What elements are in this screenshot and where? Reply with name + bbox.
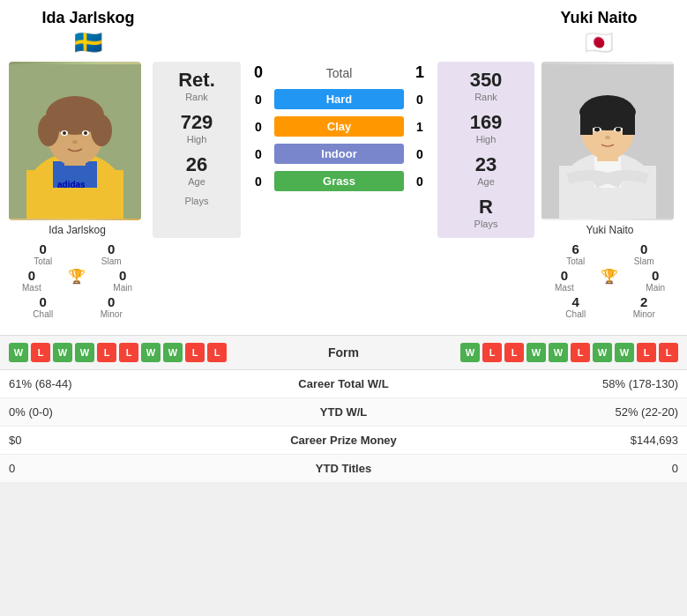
stats-left-value: 61% (68-44) — [9, 377, 256, 390]
form-badge-left: W — [53, 343, 72, 362]
left-high-value: 729 — [181, 111, 213, 134]
stats-row: 0% (0-0)YTD W/L52% (22-20) — [0, 398, 687, 427]
right-player-photo — [541, 62, 674, 220]
left-total-value: 0 — [40, 241, 47, 256]
stats-right-value: 58% (178-130) — [432, 377, 679, 390]
right-trophy-icon: 🏆 — [601, 268, 618, 285]
left-high-label: High — [187, 134, 207, 145]
form-badge-right: W — [549, 343, 568, 362]
form-badge-left: L — [185, 343, 205, 362]
form-badge-right: L — [571, 343, 590, 362]
stats-right-value: $144,693 — [432, 434, 679, 447]
right-flag: 🇯🇵 — [585, 29, 613, 56]
left-total-label: Total — [34, 256, 52, 266]
left-center-stats: Ret. Rank 729 High 26 Age Plays — [153, 62, 241, 238]
career-stats-table: 61% (68-44)Career Total W/L58% (178-130)… — [0, 369, 687, 483]
center-column: 0 Total 1 0 Hard 0 0 Clay 1 0 Indoor 0 0 — [248, 62, 430, 193]
clay-row: 0 Clay 1 — [248, 115, 430, 138]
svg-point-8 — [91, 115, 112, 146]
grass-button: Grass — [274, 171, 404, 191]
svg-point-28 — [616, 127, 621, 131]
left-player-name-under-photo: Ida Jarlskog — [9, 224, 146, 236]
right-mast-label: Mast — [555, 283, 574, 293]
right-slam-value: 0 — [640, 241, 647, 256]
left-slam-value: 0 — [108, 241, 115, 256]
right-mast-value: 0 — [561, 268, 568, 283]
left-player-name-header: Ida Jarlskog — [9, 9, 168, 27]
right-player-section: Yuki Naito 6 Total 0 Slam 0 — [541, 62, 678, 319]
form-badge-right: W — [460, 343, 480, 362]
stats-row: 0YTD Titles0 — [0, 455, 687, 483]
stats-left-value: 0 — [9, 462, 256, 475]
left-player-section: adidas Ida Jarlskog 0 Total 0 Slam — [9, 62, 146, 319]
right-chall-value: 4 — [572, 294, 579, 309]
svg-point-11 — [63, 131, 66, 135]
form-badge-left: W — [9, 343, 28, 362]
right-high-value: 169 — [470, 111, 503, 134]
hard-left: 0 — [248, 93, 269, 107]
form-badge-right: L — [482, 343, 502, 362]
right-chall-label: Chall — [565, 309, 586, 319]
form-badge-right: L — [637, 343, 656, 362]
svg-text:adidas: adidas — [57, 180, 86, 189]
clay-right: 1 — [409, 120, 430, 134]
form-badge-right: L — [659, 343, 678, 362]
total-label: Total — [274, 66, 404, 80]
grass-right: 0 — [409, 174, 430, 189]
stats-left-value: $0 — [9, 434, 256, 447]
right-plays-value: R — [479, 196, 493, 219]
indoor-button: Indoor — [274, 144, 404, 164]
right-player-name-header: Yuki Naito — [519, 9, 678, 27]
stats-center-label: YTD Titles — [256, 462, 432, 475]
right-rank-value: 350 — [470, 69, 503, 92]
indoor-row: 0 Indoor 0 — [248, 142, 430, 166]
right-rank-label: Rank — [474, 92, 497, 102]
left-player-stats: 0 Total 0 Slam 0 Mast 🏆 — [9, 241, 146, 319]
form-badge-left: L — [119, 343, 138, 362]
clay-button: Clay — [274, 116, 404, 137]
right-age-value: 23 — [475, 153, 497, 176]
left-main-value: 0 — [119, 268, 126, 283]
stats-left-value: 0% (0-0) — [9, 405, 256, 419]
left-rank-label: Rank — [185, 92, 208, 102]
form-label: Form — [317, 345, 370, 360]
right-plays-label: Plays — [474, 219, 498, 229]
form-badge-left: W — [141, 343, 161, 362]
right-center-stats: 350 Rank 169 High 23 Age R Plays — [437, 62, 534, 238]
form-badge-right: L — [504, 343, 524, 362]
form-badge-left: L — [97, 343, 116, 362]
svg-point-29 — [605, 136, 610, 139]
form-badge-right: W — [615, 343, 634, 362]
right-minor-label: Minor — [633, 309, 655, 319]
left-form-badges: WLWWLLWWLL — [9, 343, 227, 362]
form-badge-left: L — [207, 343, 227, 362]
right-main-value: 0 — [652, 268, 659, 283]
left-minor-label: Minor — [101, 309, 123, 319]
left-mast-value: 0 — [28, 268, 35, 283]
right-slam-label: Slam — [634, 256, 654, 266]
left-trophy-icon: 🏆 — [68, 268, 86, 285]
left-rank-value: Ret. — [178, 69, 215, 92]
right-main-label: Main — [646, 283, 665, 293]
stats-row: $0Career Prize Money$144,693 — [0, 427, 687, 455]
left-slam-label: Slam — [101, 256, 122, 266]
form-badge-right: W — [526, 343, 546, 362]
stats-center-label: Career Prize Money — [256, 434, 432, 447]
clay-left: 0 — [248, 120, 269, 134]
form-badge-left: L — [31, 343, 50, 362]
left-chall-value: 0 — [40, 294, 47, 309]
svg-point-12 — [84, 131, 87, 135]
stats-row: 61% (68-44)Career Total W/L58% (178-130) — [0, 370, 687, 398]
left-minor-value: 0 — [108, 294, 115, 309]
main-container: Ida Jarlskog Yuki Naito 🇸🇪 🇯🇵 — [0, 0, 687, 483]
right-player-name-under-photo: Yuki Naito — [541, 224, 678, 236]
total-row: 0 Total 1 — [248, 62, 430, 84]
right-form-badges: WLLWWLWWLL — [460, 343, 678, 362]
hard-row: 0 Hard 0 — [248, 87, 430, 111]
indoor-right: 0 — [409, 147, 430, 161]
left-player-photo: adidas — [9, 62, 141, 220]
left-age-value: 26 — [186, 153, 207, 176]
indoor-left: 0 — [248, 147, 269, 161]
left-chall-label: Chall — [33, 309, 53, 319]
left-main-label: Main — [113, 283, 132, 293]
